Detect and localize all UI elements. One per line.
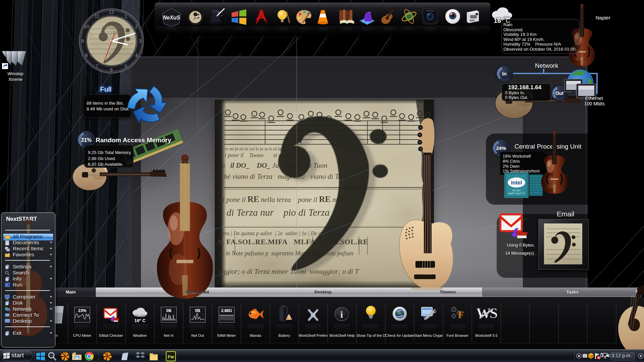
svg-text:intel: intel [511,180,522,186]
svg-text:4th Gen: 4th Gen [512,189,521,192]
svg-text:7: 7 [96,63,98,69]
svg-text:16º C: 16º C [134,318,146,323]
svg-text:4: 4 [135,53,138,58]
svg-text:31%: 31% [81,137,92,143]
svg-text:NeXuS: NeXuS [163,15,180,20]
svg-text:Fw: Fw [168,354,174,359]
svg-text:5: 5 [125,63,127,69]
svg-text:3: 3 [139,38,142,44]
svg-text:0B: 0B [166,308,171,313]
svg-text:9: 9 [81,38,84,44]
svg-text:Intel® Core™ i7: Intel® Core™ i7 [508,192,525,195]
svg-text:F: F [458,309,464,320]
svg-text:0B: 0B [195,308,200,313]
svg-text:In: In [502,71,506,76]
svg-text:8/10/2016: 8/10/2016 [102,25,121,30]
svg-text:23%: 23% [78,308,86,313]
svg-text:11: 11 [95,13,100,19]
svg-text:2: 2 [135,24,138,29]
svg-text:3:12 PM: 3:12 PM [103,30,119,35]
svg-text:2.88G: 2.88G [221,308,232,313]
svg-text:10: 10 [84,24,89,29]
svg-text:1: 1 [125,13,127,19]
svg-text:8: 8 [85,53,88,58]
svg-text:6: 6 [110,67,113,72]
svg-text:12: 12 [109,9,114,15]
svg-text:Carl Zeiss: Carl Zeiss [427,10,434,12]
svg-text:i: i [340,309,343,320]
svg-text:24%: 24% [496,145,506,151]
